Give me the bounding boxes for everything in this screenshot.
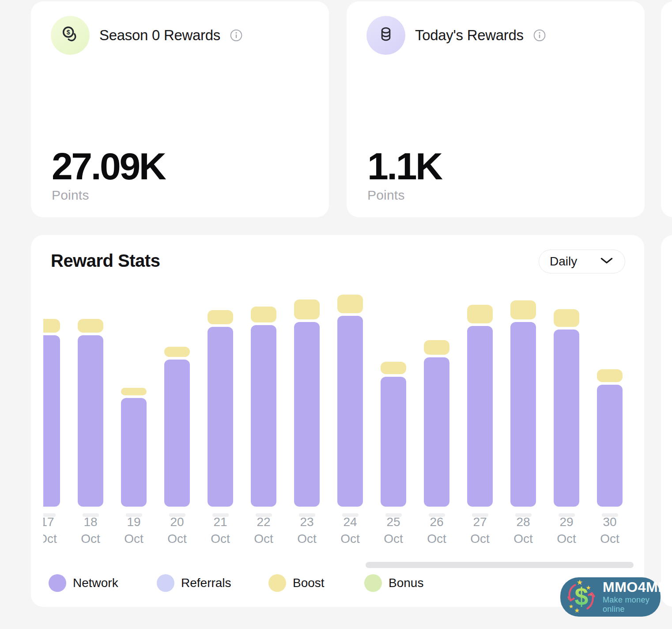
svg-text:$: $ (67, 29, 70, 36)
x-axis-label-month: Oct (374, 532, 413, 546)
svg-text:$: $ (575, 583, 589, 610)
x-axis-label-month: Oct (43, 532, 67, 546)
bar-segment-network[interactable] (294, 322, 320, 507)
bar-segment-network[interactable] (510, 322, 536, 507)
bar-segment-network[interactable] (554, 330, 579, 507)
legend-item-referrals: Referrals (157, 574, 231, 592)
partial-card-right-top (661, 1, 672, 217)
legend-dot (49, 574, 66, 592)
reward-stats-title: Reward Stats (51, 251, 160, 271)
x-axis-label-day: 28 (503, 515, 543, 529)
bar-segment-boost[interactable] (208, 310, 233, 324)
dollar-coins-icon-circle: $ (51, 16, 90, 55)
x-axis-label-month: Oct (460, 532, 500, 546)
coin-stack-icon-circle (366, 16, 405, 55)
bar-segment-network[interactable] (164, 360, 190, 507)
bar-segment-boost[interactable] (597, 369, 623, 382)
bar-segment-boost[interactable] (424, 340, 449, 355)
x-axis-label-day: 18 (71, 515, 110, 529)
season-rewards-value: 27.09K (52, 147, 165, 185)
bar-segment-network[interactable] (337, 316, 363, 507)
chart-horizontal-scrollbar[interactable] (366, 562, 634, 568)
x-axis-label-day: 26 (417, 515, 457, 529)
season-rewards-unit: Points (52, 188, 165, 203)
x-axis-label-month: Oct (547, 532, 586, 546)
legend-dot (268, 574, 286, 592)
x-axis-label-month: Oct (114, 532, 154, 546)
todays-rewards-value-block: 1.1K Points (367, 147, 442, 203)
legend-label: Referrals (181, 576, 231, 590)
legend-dot (364, 574, 382, 592)
bar-segment-boost[interactable] (164, 347, 190, 357)
reward-stats-card: Reward Stats Daily 17Oct18Oct19Oct20Oct2… (31, 235, 644, 607)
info-icon[interactable] (533, 29, 546, 42)
bar-segment-network[interactable] (597, 385, 623, 507)
bar-segment-network[interactable] (208, 327, 233, 507)
x-axis-label-day: 30 (590, 515, 630, 529)
chevron-down-icon (600, 257, 613, 266)
x-axis-label-day: 19 (114, 515, 154, 529)
partial-card-right-bottom (661, 235, 672, 607)
x-axis-label-month: Oct (200, 532, 240, 546)
x-axis-label-month: Oct (71, 532, 110, 546)
bar-segment-network[interactable] (121, 398, 147, 507)
bar-segment-boost[interactable] (121, 388, 147, 395)
bar-segment-boost[interactable] (554, 309, 579, 327)
x-axis-label-day: 20 (157, 515, 197, 529)
x-axis-label-day: 22 (244, 515, 283, 529)
period-dropdown-value: Daily (550, 254, 577, 269)
bar-segment-network[interactable] (43, 335, 60, 507)
x-axis-label-day: 29 (547, 515, 586, 529)
chart-legend: NetworkReferralsBoostBonus (31, 574, 644, 594)
todays-rewards-header: Today's Rewards (366, 16, 546, 55)
bar-segment-network[interactable] (467, 326, 493, 507)
bar-segment-network[interactable] (381, 377, 406, 507)
legend-label: Bonus (389, 576, 423, 590)
x-axis-label-month: Oct (330, 532, 370, 546)
x-axis-label-day: 24 (330, 515, 370, 529)
season-rewards-card: $ Season 0 Rewards 27.09K Points (31, 1, 329, 217)
svg-text:★: ★ (569, 603, 574, 609)
legend-item-network: Network (49, 574, 118, 592)
dollar-coins-icon: $ (60, 24, 80, 46)
todays-rewards-unit: Points (367, 188, 442, 203)
bar-segment-boost[interactable] (294, 299, 320, 319)
bar-segment-network[interactable] (78, 335, 103, 507)
bar-segment-boost[interactable] (43, 319, 60, 333)
season-rewards-value-block: 27.09K Points (52, 147, 165, 203)
todays-rewards-value: 1.1K (367, 147, 442, 185)
period-dropdown[interactable]: Daily (539, 250, 625, 273)
bar-segment-boost[interactable] (467, 305, 493, 323)
season-rewards-header: $ Season 0 Rewards (51, 16, 242, 55)
bar-segment-boost[interactable] (337, 295, 363, 313)
x-axis-label-month: Oct (417, 532, 457, 546)
x-axis-label-month: Oct (244, 532, 283, 546)
legend-label: Network (73, 576, 118, 590)
legend-item-bonus: Bonus (364, 574, 423, 592)
bar-segment-boost[interactable] (510, 300, 536, 319)
todays-rewards-title: Today's Rewards (415, 27, 524, 44)
bar-segment-network[interactable] (424, 357, 449, 507)
bar-segment-network[interactable] (251, 325, 276, 507)
info-icon[interactable] (230, 29, 242, 42)
legend-label: Boost (293, 576, 325, 590)
x-axis-label-month: Oct (287, 532, 327, 546)
x-axis-label-day: 23 (287, 515, 327, 529)
bar-segment-boost[interactable] (381, 362, 406, 374)
watermark-title: MMO4ME (603, 580, 668, 594)
coin-stack-icon (377, 25, 395, 45)
watermark-subtitle: Make money online (603, 595, 668, 614)
x-axis-label-day: 27 (460, 515, 500, 529)
x-axis-label-day: 17 (43, 515, 67, 529)
x-axis-label-day: 21 (200, 515, 240, 529)
x-axis-label-month: Oct (503, 532, 543, 546)
bar-segment-boost[interactable] (251, 307, 276, 322)
season-rewards-title: Season 0 Rewards (99, 27, 220, 44)
x-axis-label-day: 25 (374, 515, 413, 529)
x-axis-label-month: Oct (157, 532, 197, 546)
legend-dot (157, 574, 174, 592)
chart-plot[interactable]: 17Oct18Oct19Oct20Oct21Oct22Oct23Oct24Oct… (43, 292, 636, 557)
bar-segment-boost[interactable] (78, 319, 103, 333)
dollar-recycle-stars-icon: ★ ★ ★ ★ ★ ★ $ (565, 579, 599, 615)
todays-rewards-card: Today's Rewards 1.1K Points (347, 1, 645, 217)
